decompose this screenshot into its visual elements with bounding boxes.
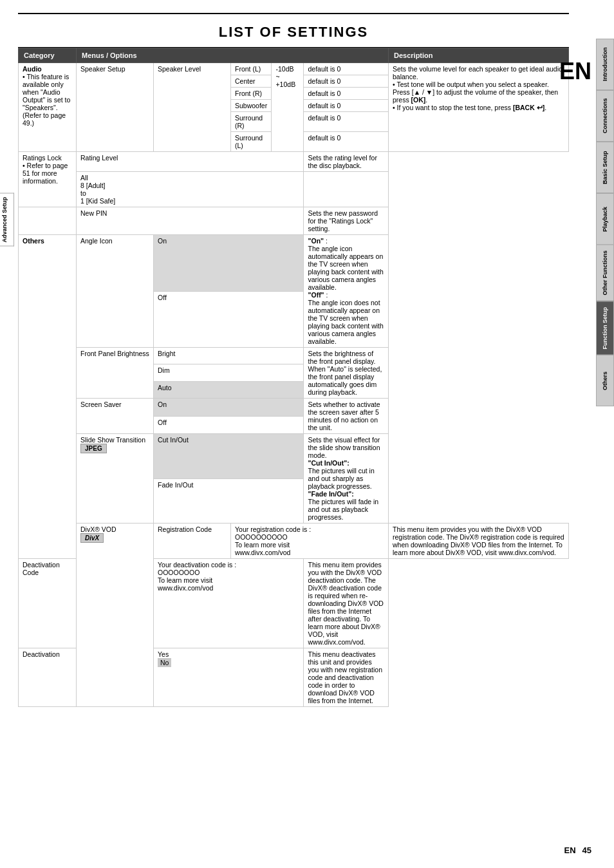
settings-table: Category Menus / Options Description Aud… [18,48,569,707]
table-row: Others Angle Icon On "On" : The angle ic… [19,235,569,292]
table-row: Screen Saver On Sets whether to activate… [19,399,569,417]
submenu-deactivation-code: Deactivation Code [19,559,77,648]
desc-speaker-level: Sets the volume level for each speaker t… [389,63,569,152]
option-deactivation-code: Your deactivation code is : OOOOOOOO To … [154,559,304,648]
option-deactivation-yes-no: Yes No [154,648,304,707]
option-screen-saver-off: Off [154,416,304,434]
default-center: default is 0 [304,75,389,88]
option-no-highlighted: No [158,658,171,667]
default-surround-r: default is 0 [304,112,389,132]
option-cut-in-out: Cut In/Out [154,434,304,479]
tab-other-functions[interactable]: Other Functions [596,245,614,301]
option-surround-l: Surround (L) [231,132,272,152]
submenu-registration-code: Registration Code [154,524,231,559]
menu-rating-level: Rating Level [77,152,304,172]
option-rating-all: All8 [Adult]to1 [Kid Safe] [77,172,304,207]
category-audio: Audio • This feature is available only w… [19,63,77,152]
submenu-speaker-level: Speaker Level [154,63,231,152]
desc-front-panel: Sets the brightness of the front panel d… [304,348,389,399]
desc-screen-saver: Sets whether to activate the screen save… [304,399,389,434]
desc-rating-options [304,172,389,207]
menu-front-panel-brightness: Front Panel Brightness [77,348,154,399]
default-surround-l: default is 0 [304,132,389,152]
option-auto: Auto [154,381,304,398]
badge-jpeg: JPEG [80,444,107,453]
option-front-r: Front (R) [231,88,272,100]
page-title: LIST OF SETTINGS [18,13,569,48]
menu-slide-show: Slide Show Transition JPEG [77,434,154,524]
option-fade-in-out: Fade In/Out [154,478,304,524]
badge-divx: DivX [80,533,104,543]
option-angle-off: Off [154,291,304,348]
desc-angle-icon: "On" : The angle icon automatically appe… [304,235,389,348]
option-registration-code: Your registration code is : OOOOOOOOOO T… [231,524,389,559]
tab-others[interactable]: Others [596,355,614,406]
tab-playback[interactable]: Playback [596,193,614,245]
default-front-l: default is 0 [304,63,389,75]
option-surround-r: Surround (R) [231,112,272,132]
desc-deactivation: This menu deactivates this unit and prov… [304,648,389,707]
category-new-pin [19,207,77,235]
option-dim: Dim [154,364,304,381]
page-number: 45 [582,845,591,855]
default-front-r: default is 0 [304,88,389,100]
en-badge: EN [559,58,591,85]
side-tabs-right: Introduction Connections Basic Setup Pla… [596,39,614,406]
header-menus: Menus / Options [77,48,389,63]
desc-registration-code: This menu item provides you with the Div… [389,524,569,559]
menu-divx-vod: DivX® VOD DivX [77,524,154,707]
option-subwoofer: Subwoofer [231,100,272,112]
table-row: DivX® VOD DivX Registration Code Your re… [19,524,569,559]
en-label-bottom: EN [564,845,575,855]
option-screen-saver-on: On [154,399,304,417]
tab-function-setup[interactable]: Function Setup [596,301,614,355]
table-row: Ratings Lock• Refer to page 51 for more … [19,152,569,172]
menu-new-pin: New PIN [77,207,304,235]
option-center: Center [231,75,272,88]
desc-deactivation-code: This menu item provides you with the Div… [304,559,389,648]
table-row: New PIN Sets the new password for the "R… [19,207,569,235]
page-container: Introduction Connections Basic Setup Pla… [0,0,614,868]
page-number-area: EN 45 [564,845,591,855]
desc-rating-level: Sets the rating level for the disc playb… [304,152,389,172]
option-front-l: Front (L) [231,63,272,75]
table-row: Slide Show Transition JPEG Cut In/Out Se… [19,434,569,479]
submenu-deactivation: Deactivation [19,648,77,707]
default-subwoofer: default is 0 [304,100,389,112]
category-ratings-lock: Ratings Lock• Refer to page 51 for more … [19,152,77,207]
header-description: Description [389,48,569,63]
range-db: -10dB~+10dB [272,63,304,152]
tab-basic-setup[interactable]: Basic Setup [596,142,614,193]
tab-connections[interactable]: Connections [596,90,614,142]
table-row: Front Panel Brightness Bright Sets the b… [19,348,569,364]
menu-speaker-setup: Speaker Setup [77,63,154,152]
menu-angle-icon: Angle Icon [77,235,154,348]
menu-screen-saver: Screen Saver [77,399,154,434]
option-angle-on: On [154,235,304,292]
desc-slide-show: Sets the visual effect for the slide sho… [304,434,389,524]
left-side-label: Advanced Setup [0,193,14,247]
tab-introduction[interactable]: Introduction [596,39,614,90]
option-bright: Bright [154,348,304,364]
table-row: Audio • This feature is available only w… [19,63,569,75]
category-others: Others [19,235,77,559]
desc-new-pin: Sets the new password for the "Ratings L… [304,207,389,235]
header-category: Category [19,48,77,63]
main-content: LIST OF SETTINGS Category Menus / Option… [18,13,591,707]
table-row: All8 [Adult]to1 [Kid Safe] [19,172,569,207]
